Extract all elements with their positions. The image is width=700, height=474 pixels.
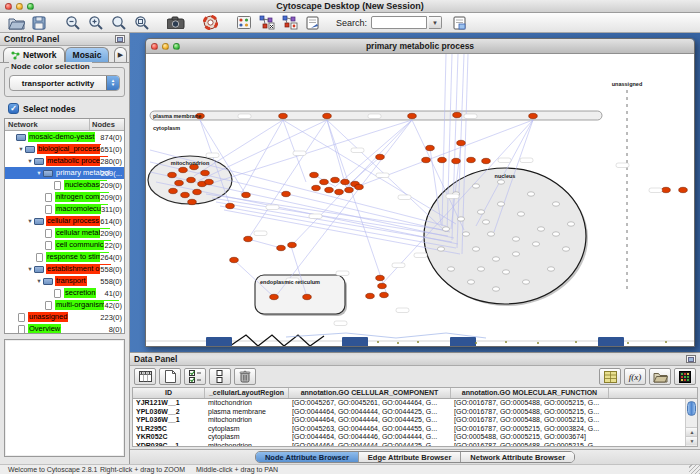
new-attribute-button[interactable] [159, 368, 181, 385]
resize-grip[interactable] [689, 464, 700, 474]
save-session-button[interactable] [29, 14, 49, 32]
tree-row[interactable]: response to stimul264(0) [5, 251, 124, 263]
tree-column-network[interactable]: Network [5, 119, 90, 130]
open-file-button[interactable] [6, 14, 26, 32]
tab-overflow-button[interactable]: ▶ [114, 47, 127, 62]
scroll-down-button[interactable]: ▼ [686, 436, 698, 445]
cytoplasm-label: cytoplasm [153, 125, 180, 131]
open-folder-icon [8, 16, 25, 30]
formula-builder-button[interactable]: f(x) [624, 368, 646, 385]
scroll-up-button[interactable]: ▲ [686, 427, 698, 436]
control-panel-title: Control Panel [4, 34, 59, 44]
unassigned-label: unassigned [612, 81, 643, 87]
tab-node-attribute-browser[interactable]: Node Attribute Browser [256, 452, 359, 462]
network-canvas[interactable]: plasma membranecytoplasmmitochondrionnuc… [146, 54, 694, 346]
table-row[interactable]: YDR039C__1mitochondrion[GO:0044464, GO:0… [133, 442, 697, 447]
table-row[interactable]: YKR052Ccytoplasm[GO:0044464, GO:0044446,… [133, 433, 697, 442]
import-attributes-button[interactable] [649, 368, 671, 385]
expand-triangle-icon[interactable]: ▼ [26, 158, 34, 164]
tree-row[interactable]: ▼biological_process651(0) [5, 143, 124, 155]
import-table-button[interactable] [303, 14, 323, 32]
select-nodes-checkbox[interactable]: ✓ [8, 103, 19, 114]
tab-network-attribute-browser[interactable]: Network Attribute Browser [461, 452, 574, 462]
table-cell: [GO:0044464, GO:0044444, GO:0044425, G..… [289, 416, 451, 425]
node-colored [345, 187, 354, 192]
table-cell: YJR121W__1 [133, 399, 205, 408]
table-scrollbar[interactable]: ▲ ▼ [685, 399, 697, 446]
column-header[interactable]: annotation.GO CELLULAR_COMPONENT [289, 388, 451, 398]
zoom-out-button[interactable] [63, 14, 83, 32]
folder-icon [43, 170, 53, 177]
vizmapper-button[interactable] [234, 14, 254, 32]
network-overview-panel[interactable] [4, 339, 125, 457]
tree-row[interactable]: cell communicat22(0) [5, 239, 124, 251]
load-attributes-button[interactable] [450, 14, 470, 32]
expand-triangle-icon[interactable]: ▼ [26, 218, 34, 224]
expand-triangle-icon[interactable]: ▼ [17, 146, 25, 152]
tree-row[interactable]: nucleobase-209(0) [5, 179, 124, 191]
tree-row[interactable]: ▼establishment of lo558(0) [5, 263, 124, 275]
node-unselected [457, 217, 464, 221]
expand-triangle-icon[interactable]: ▼ [35, 170, 43, 176]
zoom-actual-button[interactable] [109, 14, 129, 32]
tree-row[interactable]: ▼cellular process614(0) [5, 215, 124, 227]
save-table-button[interactable] [599, 368, 621, 385]
column-header[interactable]: annotation.GO MOLECULAR_FUNCTION [451, 388, 609, 398]
tree-row[interactable]: unassigned223(0) [5, 311, 124, 323]
folder-icon [34, 218, 44, 225]
table-row[interactable]: YPL036W__1mitochondrion[GO:0044464, GO:0… [133, 416, 697, 425]
table-cell: plasma membrane [205, 408, 289, 417]
tree-row[interactable]: Overview8(0) [5, 323, 124, 334]
tree-row[interactable]: ▼transport558(0) [5, 275, 124, 287]
apply-layout-button[interactable] [280, 14, 300, 32]
attribute-matrix-button[interactable] [674, 368, 696, 385]
table-cell: [GO:0005488, GO:0005215, GO:0003674] [451, 433, 609, 442]
tree-row[interactable]: nitrogen compo209(0) [5, 191, 124, 203]
tree-row[interactable]: mosaic-demo-yeast874(0) [5, 131, 124, 143]
node-unselected [477, 267, 484, 271]
node-unselected [562, 247, 569, 251]
table-cell: YPL036W__2 [133, 408, 205, 417]
column-header[interactable]: ID [133, 388, 205, 398]
expand-triangle-icon[interactable]: ▼ [35, 278, 43, 284]
float-data-panel-icon[interactable] [686, 355, 696, 363]
zoom-selected-button[interactable] [132, 14, 152, 32]
tree-row[interactable]: ▼metabolic process280(0) [5, 155, 124, 167]
select-all-attributes-button[interactable] [184, 368, 206, 385]
node-unselected [502, 270, 509, 274]
node-unselected [547, 267, 554, 271]
node-color-select[interactable]: transporter activity ▲▼ [9, 75, 120, 91]
edge [327, 120, 386, 292]
attribute-select-button[interactable] [134, 368, 156, 385]
export-snapshot-button[interactable] [166, 14, 186, 32]
tab-network[interactable]: Network [3, 47, 65, 62]
table-row[interactable]: YJR121W__1mitochondrion[GO:0045267, GO:0… [133, 399, 697, 408]
float-panel-icon[interactable] [115, 35, 125, 43]
tree-row[interactable]: cellular metabol209(0) [5, 227, 124, 239]
tab-mosaic[interactable]: Mosaic [65, 47, 110, 62]
tab-edge-attribute-browser[interactable]: Edge Attribute Browser [359, 452, 461, 462]
help-button[interactable] [200, 14, 220, 32]
tree-row[interactable]: macromolecule311(0) [5, 203, 124, 215]
scrollbar-thumb[interactable] [687, 401, 696, 416]
tree-row-node-count: 209(0) [100, 193, 122, 202]
unselect-all-attributes-button[interactable] [209, 368, 231, 385]
network-view-titlebar[interactable]: primary metabolic process [146, 39, 694, 54]
search-input[interactable] [371, 16, 427, 29]
zoom-in-button[interactable] [86, 14, 106, 32]
delete-attribute-button[interactable] [234, 368, 256, 385]
tree-row[interactable]: secretion41(0) [5, 287, 124, 299]
tree-row[interactable]: multi-organism pro42(0) [5, 299, 124, 311]
search-options-button[interactable]: ▼ [429, 16, 442, 29]
expand-triangle-icon[interactable]: ▼ [26, 266, 34, 272]
merge-networks-button[interactable] [257, 14, 277, 32]
data-panel-title: Data Panel [134, 354, 177, 364]
status-bar: Welcome to Cytoscape 2.8.1 Right-click +… [0, 464, 700, 474]
table-row[interactable]: YPL036W__2plasma membrane[GO:0044464, GO… [133, 408, 697, 417]
tree-row-node-count: 8(0) [109, 325, 122, 334]
tree-row-label: cell communicat [55, 240, 111, 250]
column-header[interactable]: _cellularLayoutRegion [205, 388, 289, 398]
tree-row[interactable]: ▼primary metabol209(... [5, 167, 124, 179]
tree-column-nodes[interactable]: Nodes [90, 119, 124, 130]
table-row[interactable]: YLR295Ccytoplasm[GO:0045263, GO:0044464,… [133, 425, 697, 434]
